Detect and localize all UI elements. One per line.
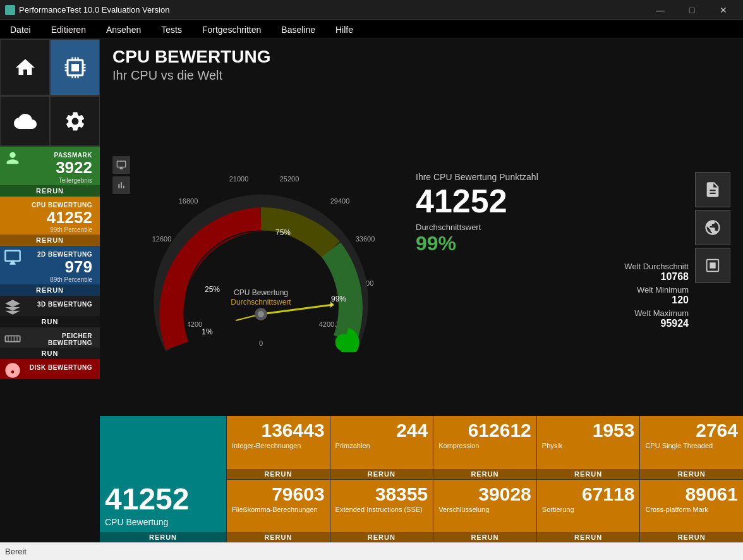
grid-label-1: Primzahlen [335, 442, 428, 449]
menubar: Datei Editieren Ansehen Tests Fortgeschr… [0, 20, 743, 39]
score-label: Ihre CPU Bewertung Punktzahl [416, 172, 689, 182]
menu-tests[interactable]: Tests [151, 20, 192, 39]
3d-run-button[interactable]: RUN [0, 316, 100, 327]
grid-cell-7: 39028 Verschlüsselung RERUN [433, 480, 536, 543]
gauge-area: 0 4200 8400 12600 16800 21000 25200 2940… [100, 88, 743, 413]
sidebar-cpu-button[interactable] [50, 39, 100, 95]
cpu-icon [64, 56, 87, 79]
grid-rerun-6[interactable]: RERUN [330, 532, 433, 542]
gear-icon [64, 110, 87, 133]
status-text: Bereit [5, 547, 27, 556]
minimize-button[interactable]: — [646, 0, 675, 20]
3d-label: 3D BEWERTUNG [33, 298, 96, 308]
sidebar-settings-button[interactable] [50, 96, 100, 146]
sidebar-second-row [0, 96, 100, 147]
world-min-value: 120 [416, 295, 689, 306]
percent-99: 99% [331, 295, 346, 303]
passmark-label: PASSMARK [51, 149, 96, 159]
grid-rerun-3[interactable]: RERUN [537, 469, 640, 479]
sidebar-cloud-button[interactable] [0, 96, 50, 146]
sidebar-passmark: PASSMARK 3922 Teilergebnis RERUN [0, 147, 100, 197]
app-icon [5, 5, 15, 15]
speicher-run-button[interactable]: RUN [0, 348, 100, 359]
content-header: CPU BEWERTUNG Ihr CPU vs die Welt [100, 39, 743, 88]
titlebar-controls: — □ ✕ [646, 0, 738, 20]
grid-label-4: CPU Single Threaded [645, 442, 738, 449]
menu-datei[interactable]: Datei [0, 20, 41, 39]
sidebar-cpu-section: CPU BEWERTUNG 41252 99th Percentile RERU… [0, 197, 100, 247]
world-max-value: 95924 [416, 318, 689, 329]
gauge-text1: CPU Bewertung [234, 288, 288, 297]
grid-value-3: 1953 [542, 420, 635, 441]
world-avg-label: Welt Durchschnitt [416, 262, 689, 271]
sidebar-2d-section: 2D BEWERTUNG 979 89th Percentile RERUN [0, 246, 100, 296]
gauge-svg: 0 4200 8400 12600 16800 21000 25200 2940… [144, 169, 384, 352]
grid-rerun-2[interactable]: RERUN [433, 469, 536, 479]
app-title: PerformanceTest 10.0 Evaluation Version [19, 5, 169, 15]
close-button[interactable]: ✕ [709, 0, 738, 20]
grid-label-5: Fließkomma-Berechnungen [232, 506, 325, 513]
sidebar-speicher-section: PEICHER BEWERTUNG RUN [0, 327, 100, 359]
gauge-monitor-icon[interactable] [112, 156, 130, 174]
cpu-bewertung-rerun-button[interactable]: RERUN [0, 234, 100, 246]
2d-label: 2D BEWERTUNG [33, 248, 96, 258]
avg-value: 99% [416, 232, 689, 255]
gauge-left-icons [112, 156, 130, 194]
globe-icon-button[interactable] [695, 210, 730, 245]
svg-rect-22 [710, 262, 715, 268]
menu-ansehen[interactable]: Ansehen [96, 20, 151, 39]
grid-rerun-7[interactable]: RERUN [433, 532, 536, 542]
memory-icon [4, 330, 21, 348]
grid-main-rerun-button[interactable]: RERUN [100, 532, 226, 542]
menu-hilfe[interactable]: Hilfe [325, 20, 363, 39]
disk-icon [4, 362, 21, 379]
action-icons [695, 172, 730, 283]
sidebar-home-button[interactable] [0, 39, 50, 95]
grid-cell-0: 136443 Integer-Berechnungen RERUN [227, 416, 330, 479]
grid-rerun-8[interactable]: RERUN [537, 532, 640, 542]
disk-label: DISK BEWERTUNG [26, 362, 96, 371]
scale-25200: 25200 [280, 175, 299, 183]
grid-label-2: Kompression [438, 442, 531, 449]
grid-label-7: Verschlüsselung [438, 506, 531, 513]
menu-editieren[interactable]: Editieren [41, 20, 96, 39]
grid-label-3: Physik [542, 442, 635, 449]
grid-cell-2: 612612 Kompression RERUN [433, 416, 536, 479]
hardware-icon [704, 257, 722, 274]
score-info: Ihre CPU Bewertung Punktzahl 41252 Durch… [416, 172, 689, 329]
grid-value-5: 79603 [232, 484, 325, 504]
grid-rerun-4[interactable]: RERUN [640, 469, 743, 479]
percent-75: 75% [275, 228, 291, 237]
grid-label-8: Sortierung [542, 506, 635, 513]
sidebar-3d-section: 3D BEWERTUNG RUN [0, 296, 100, 327]
passmark-rerun-button[interactable]: RERUN [0, 185, 100, 197]
score-row: Ihre CPU Bewertung Punktzahl 41252 Durch… [416, 172, 730, 329]
grid-main-label: CPU Bewertung [105, 517, 221, 527]
grid-cell-1: 244 Primzahlen RERUN [330, 416, 433, 479]
speicher-label: PEICHER BEWERTUNG [21, 330, 96, 346]
grid-cell-3: 1953 Physik RERUN [537, 416, 640, 479]
scale-0: 0 [259, 339, 263, 347]
grid-rerun-1[interactable]: RERUN [330, 469, 433, 479]
percent-25: 25% [205, 285, 220, 294]
grid-main-value: 41252 [105, 484, 221, 514]
maximize-button[interactable]: □ [677, 0, 706, 20]
sidebar-top-icons [0, 39, 100, 96]
grid-rerun-5[interactable]: RERUN [227, 532, 330, 542]
grid-value-7: 39028 [438, 484, 531, 504]
grid-rerun-9[interactable]: RERUN [640, 532, 743, 542]
monitor-small-icon [116, 160, 126, 170]
report-icon-button[interactable] [695, 172, 730, 207]
gauge-chart-icon[interactable] [112, 176, 130, 194]
gauge-center-inner-dot [258, 311, 264, 317]
2d-rerun-button[interactable]: RERUN [0, 284, 100, 296]
hardware-icon-button[interactable] [695, 248, 730, 283]
menu-baseline[interactable]: Baseline [271, 20, 325, 39]
menu-fortgeschritten[interactable]: Fortgeschritten [192, 20, 271, 39]
sidebar-disk-section: DISK BEWERTUNG [0, 359, 100, 379]
percent-1: 1% [202, 327, 213, 336]
sidebar: PASSMARK 3922 Teilergebnis RERUN CPU BEW… [0, 39, 100, 542]
grid-rerun-0[interactable]: RERUN [227, 469, 330, 479]
passmark-sub: Teilergebnis [51, 177, 96, 185]
grid-value-8: 67118 [542, 484, 635, 504]
